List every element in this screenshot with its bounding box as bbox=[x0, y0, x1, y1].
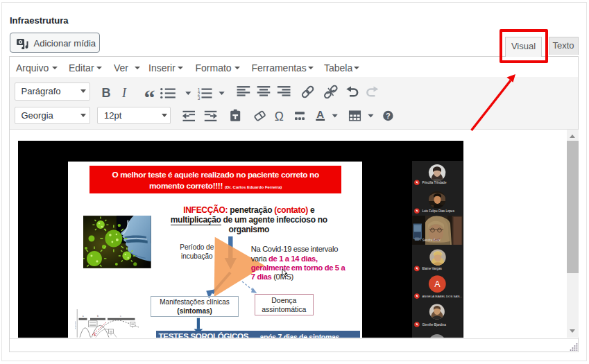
svg-text:A: A bbox=[316, 108, 324, 120]
svg-text:3: 3 bbox=[198, 96, 200, 101]
svg-text:B: B bbox=[102, 86, 111, 100]
svg-text:Ω: Ω bbox=[275, 110, 284, 123]
svg-text:“: “ bbox=[144, 85, 155, 110]
svg-text:resposta: resposta bbox=[75, 321, 76, 329]
svg-text:A: A bbox=[434, 279, 441, 289]
svg-text:b: b bbox=[97, 314, 99, 318]
svg-text:?: ? bbox=[386, 112, 391, 120]
svg-text:I: I bbox=[121, 86, 127, 100]
svg-text:a: a bbox=[82, 314, 84, 318]
svg-text:c: c bbox=[120, 314, 121, 318]
svg-text:X: X bbox=[93, 332, 96, 337]
